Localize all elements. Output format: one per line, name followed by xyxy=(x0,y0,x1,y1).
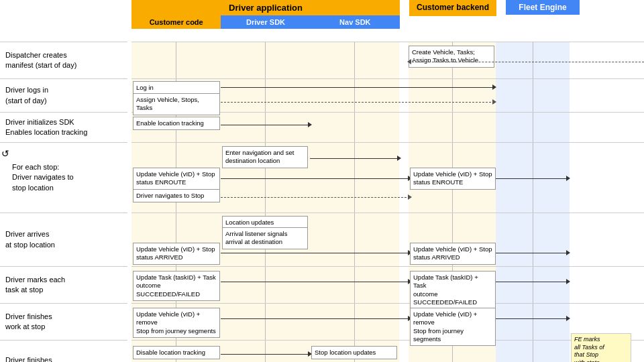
arrow-task-2-head xyxy=(566,279,570,284)
arrow-arrived-2-head xyxy=(566,250,570,255)
action-update-arrived-cc: Update Vehicle (vID) + Stopstatus ARRIVE… xyxy=(133,243,220,265)
label-driver-init: Driver initializes SDKEnables location t… xyxy=(0,112,127,142)
arrow-remove-2-head xyxy=(566,316,570,321)
fleet-engine-header: Fleet Engine xyxy=(506,0,580,15)
arrow-enter-nav xyxy=(310,158,399,159)
action-update-enroute-cb: Update Vehicle (vID) + Stopstatus ENROUT… xyxy=(410,168,496,190)
action-update-task-cc: Update Task (taskID) + Taskoutcome SUCCE… xyxy=(133,271,220,301)
nav-sdk-header: Nav SDK xyxy=(311,15,400,29)
driver-app-sublabels: Customer code Driver SDK Nav SDK xyxy=(131,15,400,29)
arrow-nav-head xyxy=(408,194,412,200)
customer-backend-header: Customer backend xyxy=(409,0,496,16)
action-update-arrived-cb: Update Vehicle (vID) + Stopstatus ARRIVE… xyxy=(410,243,496,265)
action-driver-navigates: Driver navigates to Stop xyxy=(133,189,220,202)
label-dispatcher: Dispatcher createsmanifest (start of day… xyxy=(0,42,127,78)
arrow-task-2 xyxy=(496,282,568,282)
label-driver-finishes-day: Driver finishesall work for the day xyxy=(0,340,127,362)
action-create-vehicle: Create Vehicle, Tasks;Assign Tasks to Ve… xyxy=(409,46,494,68)
divider-5 xyxy=(131,266,644,267)
label-driver-finishes-stop: Driver finisheswork at stop xyxy=(0,303,127,340)
divider-3 xyxy=(131,142,644,143)
left-labels: Dispatcher createsmanifest (start of day… xyxy=(0,42,131,362)
arrow-enroute-1 xyxy=(221,178,410,179)
driver-sdk-header: Driver SDK xyxy=(221,15,310,29)
action-remove-stop-cc: Update Vehicle (vID) + removeStop from j… xyxy=(133,308,220,338)
arrow-assign-head xyxy=(492,99,496,105)
arrow-enroute-2-head xyxy=(566,176,570,181)
divider-0 xyxy=(131,42,644,42)
action-remove-stop-cb: Update Vehicle (vID) + removeStop from j… xyxy=(410,308,496,346)
divider-1 xyxy=(131,78,644,79)
arrow-nav xyxy=(221,197,410,198)
arrow-login-head xyxy=(492,84,496,90)
driver-app-header: Driver application xyxy=(131,0,400,15)
arrow-dispatcher-1 xyxy=(409,62,644,62)
arrow-enable-head xyxy=(308,122,312,127)
action-enable-tracking: Enable location tracking xyxy=(133,117,220,130)
vline-nav-sdk xyxy=(354,42,355,362)
divider-6 xyxy=(131,303,644,304)
label-driver-marks: Driver marks eachtask at stop xyxy=(0,266,127,303)
customer-code-header: Customer code xyxy=(131,15,221,29)
sequence-area: Create Vehicle, Tasks;Assign Tasks to Ve… xyxy=(131,42,644,362)
main-area: Dispatcher createsmanifest (start of day… xyxy=(0,42,644,362)
action-disable-tracking: Disable location tracking xyxy=(133,346,220,359)
divider-4 xyxy=(131,213,644,213)
action-stop-loc-updates: Stop location updates xyxy=(311,346,397,359)
action-enter-nav: Enter navigation and setdestination loca… xyxy=(222,146,308,168)
action-arrival-listener: Arrival listener signalsarrival at desti… xyxy=(222,227,308,249)
arrow-task-1 xyxy=(221,282,410,282)
label-for-each-stop: ↺ For each stop:Driver navigates tostop … xyxy=(0,142,127,213)
label-driver-arrives: Driver arrivesat stop location xyxy=(0,213,127,266)
arrow-assign xyxy=(221,102,494,103)
header: Driver application Customer code Driver … xyxy=(0,0,644,42)
arrow-enroute-2 xyxy=(496,178,568,179)
arrow-login xyxy=(221,87,494,88)
arrow-dispatcher-1-head xyxy=(407,59,411,64)
arrow-remove-2 xyxy=(496,318,568,319)
label-driver-logs-in: Driver logs in(start of day) xyxy=(0,78,127,112)
arrow-remove-1 xyxy=(221,318,410,319)
arrow-enable-tracking xyxy=(221,125,310,125)
arrow-arrived-1 xyxy=(221,253,410,253)
loop-indicator: ↺ xyxy=(1,148,9,159)
divider-7 xyxy=(131,340,644,341)
col-gap-bg xyxy=(399,42,409,362)
arrow-enter-nav-head xyxy=(397,156,401,161)
vline-fleet-engine xyxy=(533,42,533,362)
action-assign-vehicle: Assign Vehicle, Stops, Tasks xyxy=(133,93,220,115)
arrow-arrived-2 xyxy=(496,253,568,253)
vline-driver-sdk xyxy=(265,42,266,362)
driver-app-group: Driver application Customer code Driver … xyxy=(131,0,400,29)
action-update-enroute-cc: Update Vehicle (vID) + Stopstatus ENROUT… xyxy=(133,168,220,190)
action-update-task-cb: Update Task (taskID) + Taskoutcome SUCCE… xyxy=(410,271,496,309)
note-fe-closed: FE marksall Tasks ofthat Stopwith state … xyxy=(571,333,631,362)
arrow-disable-tracking xyxy=(221,354,310,355)
diagram-container: Driver application Customer code Driver … xyxy=(0,0,644,362)
